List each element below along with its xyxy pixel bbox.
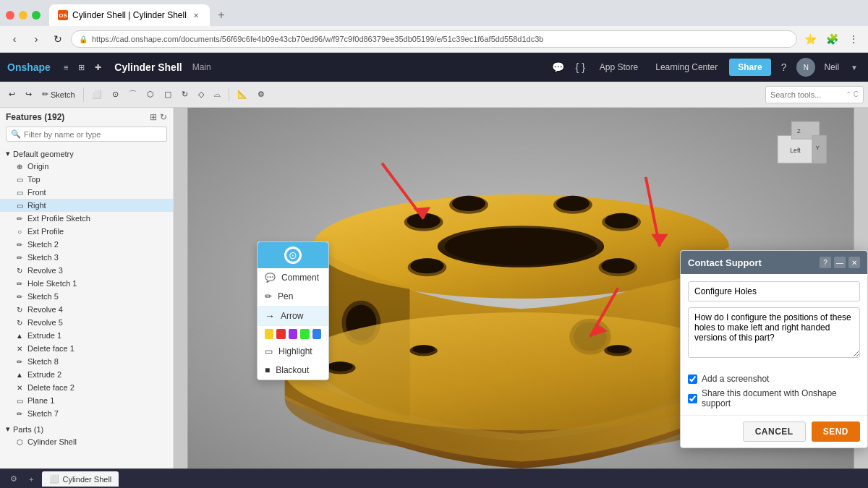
tree-item-origin[interactable]: ⊕ Origin — [0, 160, 173, 173]
grid-view-btn[interactable]: ⊞ — [74, 60, 89, 75]
tree-item-right[interactable]: ▭ Right — [0, 199, 173, 212]
new-tab-button[interactable]: + — [213, 7, 230, 24]
tree-item-revolve5[interactable]: ↻ Revolve 5 — [0, 316, 173, 329]
tree-item-revolve3[interactable]: ↻ Revolve 3 — [0, 264, 173, 277]
screenshot-checkbox[interactable] — [688, 374, 697, 384]
sketch3-icon: ✏ — [14, 252, 25, 262]
tree-item-extrude2[interactable]: ▲ Extrude 2 — [0, 368, 173, 381]
cancel-button[interactable]: CANCEL — [743, 421, 806, 442]
back-button[interactable]: ‹ — [6, 30, 23, 48]
sidebar-tree: ▾ Default geometry ⊕ Origin ▭ Top ▭ Fron… — [0, 145, 173, 468]
tree-item-front[interactable]: ▭ Front — [0, 186, 173, 199]
user-name[interactable]: Neil — [821, 59, 842, 75]
top-bar-menu: ≡ ⊞ ✚ — [59, 60, 106, 75]
tree-item-deleteface2[interactable]: ✕ Delete face 2 — [0, 381, 173, 394]
extensions-button[interactable]: 🧩 — [823, 30, 841, 48]
send-button[interactable]: SEND — [812, 421, 860, 442]
tool-fillet[interactable]: ⌓ — [210, 85, 225, 105]
color-green[interactable] — [300, 329, 309, 339]
color-blue[interactable] — [312, 329, 321, 339]
dialog-close-button[interactable]: ✕ — [848, 257, 860, 268]
maximize-dot[interactable] — [32, 11, 41, 20]
dialog-minimize-button[interactable]: — — [834, 257, 846, 268]
tool-extrude[interactable]: ▢ — [160, 85, 176, 105]
tree-item-top[interactable]: ▭ Top — [0, 173, 173, 186]
forward-button[interactable]: › — [27, 30, 45, 48]
sidebar-filter[interactable]: 🔍 — [6, 127, 167, 142]
url-text: https://cad.onshape.com/documents/56f69c… — [92, 35, 543, 43]
url-bar[interactable]: 🔒 https://cad.onshape.com/documents/56f6… — [71, 30, 797, 48]
tree-section-default-header[interactable]: ▾ Default geometry — [0, 147, 173, 160]
bottom-tool-2[interactable]: + — [25, 474, 38, 485]
sidebar-config-icon[interactable]: ⊞ — [150, 112, 157, 122]
active-tab[interactable]: OS Cylinder Shell | Cylinder Shell ✕ — [49, 4, 210, 26]
viewport[interactable]: Left Z Y ⊙ 💬 Comment ✏ Pen — [174, 108, 868, 468]
message-textarea[interactable]: How do I configure the positions of thes… — [688, 307, 860, 358]
tree-item-sketch8[interactable]: ✏ Sketch 8 — [0, 355, 173, 368]
tool-measure[interactable]: 📐 — [233, 85, 252, 105]
tree-item-extrude1[interactable]: ▲ Extrude 1 — [0, 329, 173, 342]
help-button[interactable]: ? — [777, 59, 791, 76]
share-button[interactable]: Share — [729, 59, 770, 76]
color-red[interactable] — [276, 329, 285, 339]
add-btn[interactable]: ✚ — [90, 60, 106, 75]
bottom-tools-left: ⚙ + — [6, 473, 38, 485]
search-tools-input[interactable] — [770, 90, 843, 99]
pen-item[interactable]: ✏ Pen — [258, 287, 328, 306]
bottom-tab-cylinder-shell[interactable]: ⬜ Cylinder Shell — [42, 471, 119, 487]
tree-section-default: ▾ Default geometry ⊕ Origin ▭ Top ▭ Fron… — [0, 146, 173, 421]
user-avatar[interactable]: N — [796, 58, 815, 77]
tree-item-hole-sketch[interactable]: ✏ Hole Sketch 1 — [0, 277, 173, 290]
tree-item-plane1[interactable]: ▭ Plane 1 — [0, 394, 173, 407]
highlight-item[interactable]: ▭ Highlight — [258, 342, 328, 361]
tree-item-ext-profile[interactable]: ○ Ext Profile — [0, 225, 173, 238]
sketch-button[interactable]: ✏ Sketch — [38, 85, 80, 105]
subject-input[interactable] — [688, 281, 860, 301]
tree-item-sketch7[interactable]: ✏ Sketch 7 — [0, 407, 173, 420]
blackout-item[interactable]: ■ Blackout — [258, 361, 328, 380]
code-icon[interactable]: { } — [573, 59, 588, 76]
search-tools[interactable]: ⌃ C — [765, 86, 864, 103]
pen-label: Pen — [278, 291, 293, 301]
user-menu-chevron[interactable]: ▼ — [848, 61, 861, 74]
tool-circle[interactable]: ⊙ — [108, 85, 123, 105]
undo-button[interactable]: ↩ — [4, 85, 20, 105]
tab-close-button[interactable]: ✕ — [191, 10, 201, 20]
hamburger-menu[interactable]: ≡ — [59, 60, 72, 75]
bookmark-button[interactable]: ⭐ — [801, 30, 819, 48]
tool-loft[interactable]: ◇ — [194, 85, 208, 105]
menu-button[interactable]: ⋮ — [845, 30, 862, 48]
tree-item-sketch2[interactable]: ✏ Sketch 2 — [0, 238, 173, 251]
minimize-dot[interactable] — [19, 11, 27, 20]
tool-box1[interactable]: ⬜ — [88, 85, 106, 105]
color-yellow[interactable] — [265, 329, 273, 339]
share-checkbox[interactable] — [688, 394, 697, 403]
svg-point-30 — [607, 345, 629, 354]
comment-item[interactable]: 💬 Comment — [258, 268, 328, 287]
bottom-tool-1[interactable]: ⚙ — [6, 473, 22, 485]
chat-icon[interactable]: 💬 — [549, 59, 567, 76]
app-store-button[interactable]: App Store — [594, 59, 644, 75]
tool-path[interactable]: ⌒ — [124, 85, 141, 105]
tree-item-sketch5[interactable]: ✏ Sketch 5 — [0, 290, 173, 303]
tree-section-parts-header[interactable]: ▾ Parts (1) — [0, 423, 173, 435]
tool-revolve[interactable]: ↻ — [177, 85, 192, 105]
tree-item-revolve4[interactable]: ↻ Revolve 4 — [0, 303, 173, 316]
sketch7-icon: ✏ — [14, 408, 25, 419]
learning-center-button[interactable]: Learning Center — [650, 59, 723, 75]
sidebar-refresh-icon[interactable]: ↻ — [160, 112, 167, 122]
dialog-checkboxes: Add a screenshot Share this document wit… — [681, 367, 867, 415]
tree-item-sketch3[interactable]: ✏ Sketch 3 — [0, 251, 173, 264]
color-purple[interactable] — [289, 329, 297, 339]
filter-input[interactable] — [24, 130, 162, 139]
dialog-help-button[interactable]: ? — [820, 257, 831, 268]
tree-item-cylinder-shell[interactable]: ⬡ Cylinder Shell — [0, 435, 173, 448]
close-dot[interactable] — [6, 11, 14, 20]
redo-button[interactable]: ↪ — [21, 85, 36, 105]
tool-mates[interactable]: ⚙ — [253, 85, 269, 105]
tree-item-deleteface1[interactable]: ✕ Delete face 1 — [0, 342, 173, 355]
tree-item-ext-profile-sketch[interactable]: ✏ Ext Profile Sketch — [0, 212, 173, 225]
arrow-item[interactable]: → Arrow — [258, 306, 328, 326]
refresh-button[interactable]: ↻ — [49, 30, 67, 48]
tool-shape[interactable]: ⬡ — [142, 85, 158, 105]
